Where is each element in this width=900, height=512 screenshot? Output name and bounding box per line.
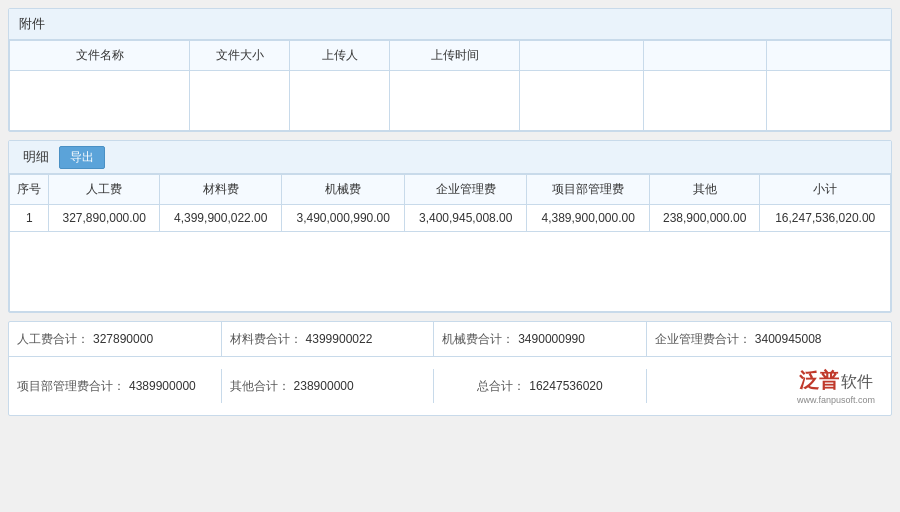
summary-other-label: 其他合计： [230,378,290,395]
summary-machine-label: 机械费合计： [442,331,514,348]
summary-material-value: 4399900022 [306,332,373,346]
attachment-empty-e1 [520,71,644,131]
attachment-empty-name [10,71,190,131]
detail-tab-label: 明细 [17,145,55,169]
col-filesize: 文件大小 [190,41,290,71]
col-seq: 序号 [10,175,49,205]
attachment-title: 附件 [19,15,45,33]
detail-header-row: 序号 人工费 材料费 机械费 企业管理费 项目部管理费 其他 小计 [10,175,891,205]
summary-projmgmt-label: 项目部管理费合计： [17,378,125,395]
detail-table: 序号 人工费 材料费 机械费 企业管理费 项目部管理费 其他 小计 1 327,… [9,174,891,312]
detail-row-1: 1 327,890,000.00 4,399,900,022.00 3,490,… [10,205,891,232]
summary-labor-cell: 人工费合计： 327890000 [9,322,222,356]
summary-projmgmt-cell: 项目部管理费合计： 4389900000 [9,369,222,403]
col-extra1 [520,41,644,71]
detail-spacer-row [10,232,891,312]
attachment-header: 附件 [9,9,891,40]
summary-enterprise-label: 企业管理费合计： [655,331,751,348]
summary-projmgmt-value: 4389900000 [129,379,196,393]
detail-header: 明细 导出 [9,141,891,174]
summary-material-label: 材料费合计： [230,331,302,348]
cell-seq-1: 1 [10,205,49,232]
cell-material-1: 4,399,900,022.00 [159,205,281,232]
summary-material-cell: 材料费合计： 4399900022 [222,322,435,356]
attachment-empty-e2 [643,71,767,131]
logo-url: www.fanpusoft.com [797,395,875,405]
col-extra3 [767,41,891,71]
export-button[interactable]: 导出 [59,146,105,169]
attachment-empty-row [10,71,891,131]
summary-other-value: 238900000 [294,379,354,393]
logo-main-text: 泛 普 软件 [799,367,873,394]
attachment-empty-e3 [767,71,891,131]
attachment-section: 附件 文件名称 文件大小 上传人 上传时间 [8,8,892,132]
company-logo: 泛 普 软件 www.fanpusoft.com [789,363,883,409]
logo-char-software: 软件 [841,372,873,393]
logo-char-pu: 普 [819,367,839,394]
summary-machine-cell: 机械费合计： 3490000990 [434,322,647,356]
detail-empty-space [10,232,891,312]
col-subtotal: 小计 [760,175,891,205]
attachment-table: 文件名称 文件大小 上传人 上传时间 [9,40,891,131]
attachment-header-row: 文件名称 文件大小 上传人 上传时间 [10,41,891,71]
col-labor: 人工费 [49,175,160,205]
cell-subtotal-1: 16,247,536,020.00 [760,205,891,232]
col-other: 其他 [649,175,760,205]
col-uploader: 上传人 [290,41,390,71]
attachment-empty-uploader [290,71,390,131]
attachment-empty-size [190,71,290,131]
summary-enterprise-value: 3400945008 [755,332,822,346]
summary-total-label: 总合计： [477,378,525,395]
summary-labor-value: 327890000 [93,332,153,346]
cell-machine-1: 3,490,000,990.00 [282,205,404,232]
col-extra2 [643,41,767,71]
logo-cell: 泛 普 软件 www.fanpusoft.com [647,357,891,415]
cell-labor-1: 327,890,000.00 [49,205,160,232]
detail-section: 明细 导出 序号 人工费 材料费 机械费 企业管理费 项目部管理费 其他 小计 … [8,140,892,313]
col-machine: 机械费 [282,175,404,205]
cell-other-1: 238,900,000.00 [649,205,760,232]
summary-enterprise-cell: 企业管理费合计： 3400945008 [647,322,891,356]
summary-total-value: 16247536020 [529,379,602,393]
summary-section: 人工费合计： 327890000 材料费合计： 4399900022 机械费合计… [8,321,892,416]
cell-project-mgmt-1: 4,389,900,000.00 [527,205,649,232]
col-uploadtime: 上传时间 [390,41,520,71]
summary-labor-label: 人工费合计： [17,331,89,348]
col-enterprise: 企业管理费 [404,175,526,205]
logo-char-fan: 泛 [799,367,819,394]
summary-row-1: 人工费合计： 327890000 材料费合计： 4399900022 机械费合计… [9,322,891,357]
col-project-mgmt: 项目部管理费 [527,175,649,205]
summary-total-cell: 总合计： 16247536020 [434,369,647,403]
summary-row-2: 项目部管理费合计： 4389900000 其他合计： 238900000 总合计… [9,357,891,415]
attachment-empty-time [390,71,520,131]
col-filename: 文件名称 [10,41,190,71]
cell-enterprise-1: 3,400,945,008.00 [404,205,526,232]
col-material: 材料费 [159,175,281,205]
summary-other-cell: 其他合计： 238900000 [222,369,435,403]
summary-machine-value: 3490000990 [518,332,585,346]
